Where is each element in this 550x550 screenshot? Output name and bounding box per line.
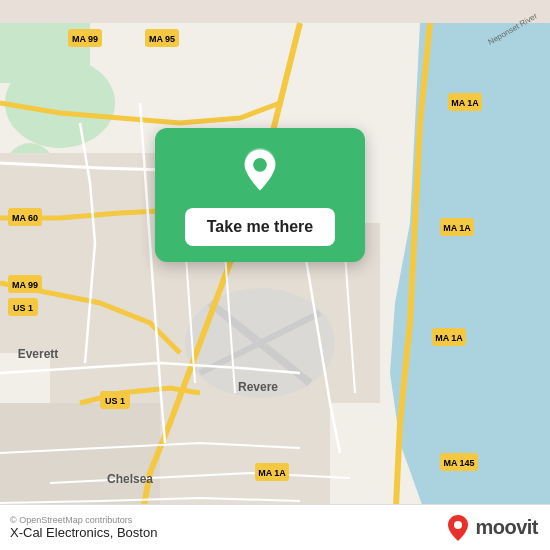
- moovit-logo: moovit: [447, 514, 538, 542]
- svg-text:MA 99: MA 99: [12, 280, 38, 290]
- svg-point-43: [454, 521, 462, 529]
- svg-text:US 1: US 1: [13, 303, 33, 313]
- svg-text:Chelsea: Chelsea: [107, 472, 153, 486]
- svg-text:MA 95: MA 95: [149, 34, 175, 44]
- moovit-wordmark: moovit: [475, 516, 538, 539]
- location-pin-icon: [236, 146, 284, 194]
- bottom-bar: © OpenStreetMap contributors X-Cal Elect…: [0, 504, 550, 550]
- svg-text:MA 1A: MA 1A: [258, 468, 286, 478]
- svg-point-42: [253, 158, 267, 172]
- svg-text:MA 99: MA 99: [72, 34, 98, 44]
- attribution-text: © OpenStreetMap contributors: [10, 515, 157, 525]
- map-background: MA 99 MA 95 MA 1A MA 60 MA MA 1A US 1 MA…: [0, 0, 550, 550]
- map-container: MA 99 MA 95 MA 1A MA 60 MA MA 1A US 1 MA…: [0, 0, 550, 550]
- bottom-left: © OpenStreetMap contributors X-Cal Elect…: [10, 515, 157, 540]
- svg-text:MA 60: MA 60: [12, 213, 38, 223]
- take-me-there-button[interactable]: Take me there: [185, 208, 335, 246]
- moovit-pin-icon: [447, 514, 469, 542]
- svg-text:Everett: Everett: [18, 347, 59, 361]
- location-name: X-Cal Electronics, Boston: [10, 525, 157, 540]
- svg-text:US 1: US 1: [105, 396, 125, 406]
- svg-text:MA 1A: MA 1A: [435, 333, 463, 343]
- svg-text:MA 145: MA 145: [443, 458, 474, 468]
- svg-text:MA 1A: MA 1A: [451, 98, 479, 108]
- svg-text:MA 1A: MA 1A: [443, 223, 471, 233]
- svg-text:Revere: Revere: [238, 380, 278, 394]
- popup-card: Take me there: [155, 128, 365, 262]
